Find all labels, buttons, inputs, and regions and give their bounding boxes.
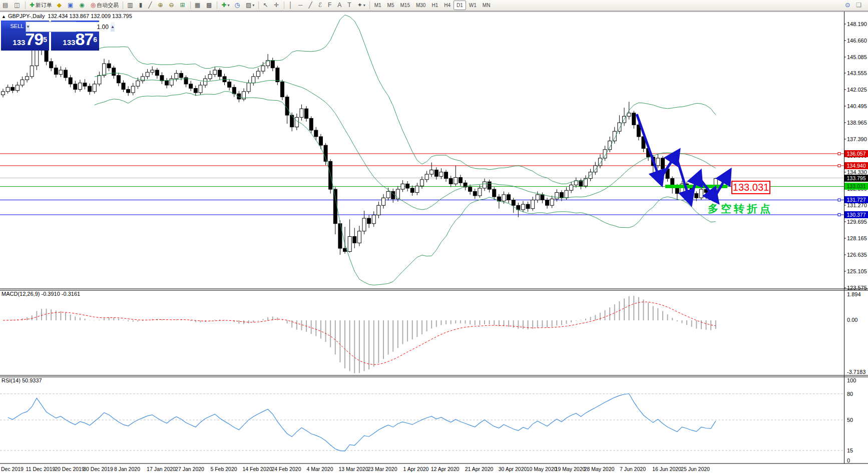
chart-profiles-icon[interactable]: ◫: [12, 1, 23, 10]
bar-chart-icon: ▥: [127, 1, 133, 10]
period-clock-icon[interactable]: ◷: [232, 1, 242, 10]
indicator-axis-label: 0: [847, 457, 868, 463]
label-tool[interactable]: T: [345, 1, 354, 10]
timeframe-m5[interactable]: M5: [384, 1, 397, 10]
history-center-icon[interactable]: ◆: [55, 1, 65, 10]
symbol-header: ▲GBPJPY-,Daily 132.434 133.867 132.009 1…: [2, 13, 132, 19]
data-window-icon: ▩: [206, 1, 212, 10]
add-indicator-button: ✚: [221, 1, 226, 10]
bar-chart-icon[interactable]: ▥: [125, 1, 136, 10]
line-chart-icon: ╱: [148, 1, 152, 10]
timeframe-h1[interactable]: H1: [428, 1, 441, 10]
data-window-icon[interactable]: ▩: [204, 1, 215, 10]
label-tool: T: [347, 1, 351, 10]
tile-windows-icon[interactable]: ⊞: [178, 1, 188, 10]
arrows-tool[interactable]: ✦▾: [355, 1, 367, 10]
toolbar-separator: [258, 2, 259, 9]
vline-tool: │: [288, 1, 292, 10]
add-indicator-button[interactable]: ✚▾: [219, 1, 231, 10]
candlestick-chart-icon: ▮: [139, 1, 143, 10]
new-order-button[interactable]: ✚新订单: [28, 1, 54, 10]
text-tool[interactable]: A: [335, 1, 344, 10]
one-click-trading-panel: SELL 133795 BUY 133876 ▼ ▲: [1, 21, 99, 51]
tile-windows-icon: ⊞: [180, 1, 185, 10]
arrows-tool: ✦: [357, 1, 362, 10]
fibonacci-tool[interactable]: F: [326, 1, 334, 10]
time-axis-label: 24 Feb 2020: [272, 466, 301, 472]
time-axis-label: 30 Dec 2019: [83, 466, 113, 472]
timeframe-mn[interactable]: MN: [480, 1, 494, 10]
time-axis-label: 30 Apr 2020: [499, 466, 527, 472]
zoom-out-icon[interactable]: ⊖: [167, 1, 177, 10]
line-chart-icon[interactable]: ╱: [146, 1, 155, 10]
time-axis-label: 4 Mar 2020: [306, 466, 333, 472]
time-axis-label: 5 Feb 2020: [210, 466, 237, 472]
trend-zigzag-arrow[interactable]: [637, 114, 660, 179]
price-axis-label: 126.635: [847, 252, 868, 258]
volume-up-button[interactable]: ▲: [111, 22, 115, 32]
time-axis-label: 28 May 2020: [584, 466, 615, 472]
candlestick-chart-icon[interactable]: ▮: [137, 1, 146, 10]
time-axis-label: Dec 2019: [1, 466, 24, 472]
support-highlight-bar[interactable]: [665, 185, 727, 188]
indicators-window-icon: ▦: [195, 1, 200, 10]
hline-tool: ─: [298, 1, 303, 10]
price-badge: 134.940: [844, 162, 868, 169]
price-badge: 133.031: [844, 183, 868, 190]
zoom-out-icon: ⊖: [169, 1, 174, 10]
new-chart-icon: ▤: [3, 1, 8, 10]
collapse-icon[interactable]: ▲: [2, 14, 6, 19]
channel-tool[interactable]: ℰ: [316, 1, 325, 10]
price-alert-box[interactable]: 133.031: [731, 181, 770, 194]
price-axis-label: 146.660: [847, 38, 868, 44]
cursor-tool[interactable]: ↖: [261, 1, 271, 10]
crosshair-tool[interactable]: ✛: [272, 1, 282, 10]
timeframe-m1[interactable]: M1: [371, 1, 384, 10]
buy-price: 133876: [51, 30, 97, 49]
time-axis-label: 23 Mar 2020: [368, 466, 397, 472]
time-axis-label: 27 Jan 2020: [175, 466, 204, 472]
timeframe-h4[interactable]: H4: [441, 1, 454, 10]
indicators-window-icon[interactable]: ▦: [193, 1, 203, 10]
macd-label: MACD(12,26,9) -0.3910 -0.3161: [2, 291, 80, 297]
market-watch-icon[interactable]: ▣: [66, 1, 76, 10]
new-chart-icon[interactable]: ▤: [1, 1, 11, 10]
search-icon[interactable]: ⊙: [843, 1, 853, 10]
price-axis-label: 123.575: [847, 285, 868, 291]
price-badge: 136.057: [844, 150, 868, 157]
time-axis-label: 14 Feb 2020: [243, 466, 272, 472]
chart-profiles-icon: ◫: [14, 1, 20, 10]
symbol-title: GBPJPY-,Daily: [8, 13, 45, 19]
template-dropdown[interactable]: ▨▾: [244, 1, 256, 10]
time-axis-label: 16 Jun 2020: [652, 466, 681, 472]
pivot-annotation-text[interactable]: 多空转折点: [708, 202, 773, 216]
timeframe-m15[interactable]: M15: [397, 1, 413, 10]
cursor-tool: ↖: [263, 1, 268, 10]
indicator-axis-label: 80: [847, 391, 868, 397]
timeframe-m30[interactable]: M30: [413, 1, 428, 10]
price-axis-label: 125.105: [847, 268, 868, 274]
sell-price: 133795: [1, 30, 47, 49]
vline-tool[interactable]: │: [286, 1, 295, 10]
zoom-in-icon[interactable]: ⊕: [156, 1, 166, 10]
volume-down-button[interactable]: ▼: [26, 22, 30, 32]
time-axis-label: 20 Dec 2019: [55, 466, 85, 472]
community-chat-icon[interactable]: ❏: [854, 1, 864, 10]
fibonacci-tool: F: [328, 1, 331, 10]
indicator-axis-label: 15: [847, 447, 868, 453]
time-axis-label: 25 Jun 2020: [681, 466, 710, 472]
price-axis-label: 138.965: [847, 120, 868, 126]
trendline-tool[interactable]: ╱: [306, 1, 315, 10]
hline-tool[interactable]: ─: [296, 1, 306, 10]
auto-trading-button[interactable]: ◎自动交易: [89, 1, 121, 10]
volume-input[interactable]: [30, 22, 111, 32]
price-badge: 130.377: [844, 211, 868, 218]
timeframe-w1[interactable]: W1: [466, 1, 480, 10]
signals-icon[interactable]: ◉: [77, 1, 87, 10]
timeframe-d1[interactable]: D1: [454, 1, 466, 10]
price-axis-label: 145.085: [847, 54, 868, 60]
text-tool: A: [337, 1, 341, 10]
zoom-in-icon: ⊕: [158, 1, 163, 10]
symbol-ohlc: 132.434 133.867 132.009 133.795: [48, 13, 132, 19]
market-watch-icon: ▣: [68, 1, 73, 10]
